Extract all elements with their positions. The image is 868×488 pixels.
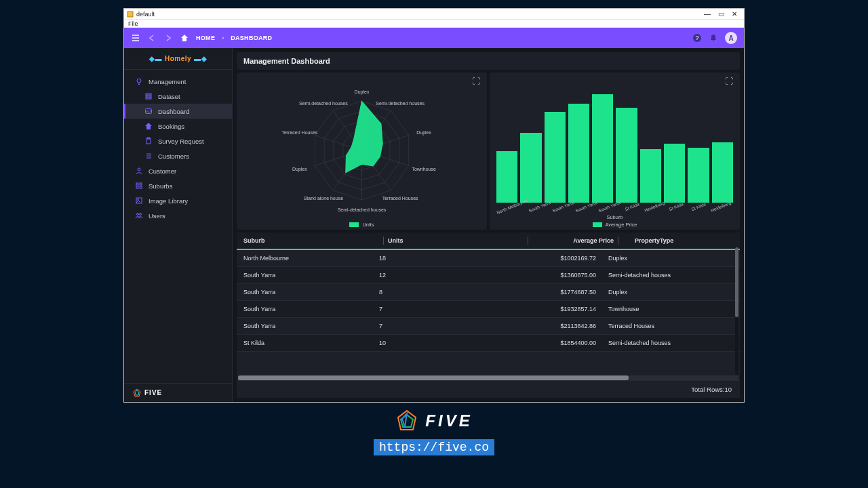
sidebar-item-label: Management	[149, 78, 186, 85]
cell-type: Duplex	[596, 289, 733, 296]
bar	[545, 112, 566, 203]
cell-units: 12	[379, 272, 515, 279]
radar-axis-label: Semi-detached houses	[338, 207, 387, 211]
bar	[592, 94, 613, 203]
sidebar-item-survey-request[interactable]: Survey Request	[124, 134, 232, 148]
table-v-scrollbar[interactable]	[735, 247, 738, 375]
svg-text:?: ?	[695, 35, 698, 41]
svg-rect-12	[146, 98, 151, 99]
table-footer: Total Rows: 10	[237, 380, 740, 398]
legend-swatch	[593, 222, 602, 227]
sidebar-item-label: Image Library	[149, 197, 188, 205]
svg-rect-27	[140, 186, 142, 188]
table-row[interactable]: North Melbourne18$1002169.72Duplex	[237, 250, 740, 267]
radar-legend: Units	[237, 222, 487, 228]
stack-icon	[144, 92, 153, 100]
footer-logo: FIVE	[395, 409, 472, 432]
bar	[712, 142, 733, 203]
breadcrumb-home[interactable]: HOME	[196, 35, 215, 41]
window-close-button[interactable]: ✕	[728, 10, 741, 18]
sidebar-item-dataset[interactable]: Dataset	[124, 89, 232, 104]
svg-marker-49	[346, 101, 382, 172]
cell-suburb: South Yarra	[243, 272, 379, 279]
sidebar-item-label: Dashboard	[158, 108, 189, 115]
cell-price: $1774687.50	[515, 289, 596, 296]
image-icon	[135, 197, 143, 205]
cell-units: 7	[379, 306, 515, 312]
cell-price: $1932857.14	[515, 306, 596, 312]
svg-rect-24	[136, 183, 138, 185]
sidebar-footer-brand: FIVE	[124, 383, 232, 402]
table-h-scrollbar[interactable]	[238, 375, 738, 380]
gauge-icon	[144, 107, 153, 115]
cell-units: 8	[379, 289, 515, 296]
person-icon	[135, 167, 143, 175]
table-row[interactable]: South Yarra8$1774687.50Duplex	[237, 284, 740, 301]
sidebar-item-image-library[interactable]: Image Library	[124, 193, 232, 208]
window-minimize-button[interactable]: —	[701, 10, 714, 18]
nav-forward-icon[interactable]	[163, 33, 173, 43]
sidebar-item-bookings[interactable]: Bookings	[124, 119, 232, 134]
sidebar-item-suburbs[interactable]: Suburbs	[124, 178, 232, 193]
radar-axis-label: Terraced Houses	[281, 130, 317, 135]
bell-icon[interactable]	[709, 33, 718, 43]
brand-logo: ◆▬ Homely ▬◆	[124, 48, 232, 70]
cell-price: $1002169.72	[515, 255, 596, 262]
table-row[interactable]: South Yarra7$1932857.14Townhouse	[237, 301, 740, 318]
svg-point-30	[137, 214, 139, 216]
cell-suburb: South Yarra	[243, 306, 379, 312]
sidebar-item-label: Customers	[158, 152, 189, 160]
app-root: HOME › DASHBOARD ? A ◆▬ Homely ▬◆ Manage…	[124, 28, 744, 402]
cell-type: Duplex	[596, 255, 733, 262]
svg-rect-26	[136, 186, 138, 188]
page-title: Management Dashboard	[237, 52, 740, 70]
svg-rect-25	[140, 183, 142, 185]
bar-xaxis-label: Suburb	[490, 214, 740, 220]
table-header-row: Suburb Units Average Price PropertyType	[237, 232, 740, 250]
table-row[interactable]: South Yarra7$2113642.86Terraced Houses	[237, 318, 740, 335]
hamburger-icon[interactable]	[131, 33, 140, 43]
window-menubar[interactable]: File	[124, 20, 744, 28]
cell-suburb: South Yarra	[243, 323, 379, 329]
nav-back-icon[interactable]	[147, 33, 157, 43]
window-maximize-button[interactable]: ▭	[714, 10, 728, 18]
col-price[interactable]: Average Price	[532, 237, 614, 245]
col-units[interactable]: Units	[388, 237, 524, 245]
chevron-right-icon: ›	[222, 35, 224, 41]
sidebar-item-label: Bookings	[158, 123, 184, 130]
table-row[interactable]: South Yarra12$1360875.00Semi-detached ho…	[237, 267, 740, 284]
cell-suburb: St Kilda	[243, 340, 379, 346]
sidebar-item-label: Suburbs	[149, 182, 172, 190]
svg-point-31	[140, 214, 142, 216]
col-type[interactable]: PropertyType	[623, 237, 733, 245]
sidebar-item-customers[interactable]: Customers	[124, 148, 232, 163]
cell-units: 18	[379, 255, 515, 262]
sidebar: ◆▬ Homely ▬◆ ManagementDatasetDashboardB…	[124, 48, 233, 402]
radar-axis-label: Townhouse	[412, 166, 435, 171]
cell-type: Semi-detached houses	[596, 340, 733, 346]
avatar[interactable]: A	[725, 32, 737, 44]
sidebar-item-dashboard[interactable]: Dashboard	[124, 104, 232, 119]
sidebar-item-label: Survey Request	[158, 138, 204, 145]
footer-url[interactable]: https://five.co	[374, 439, 494, 455]
bar	[664, 144, 685, 203]
home-icon[interactable]	[180, 33, 189, 43]
sidebar-item-customer[interactable]: Customer	[124, 163, 232, 178]
col-suburb[interactable]: Suburb	[243, 237, 379, 245]
sidebar-item-users[interactable]: Users	[124, 208, 232, 223]
users-icon	[135, 211, 143, 220]
help-icon[interactable]: ?	[692, 33, 702, 43]
sidebar-item-management[interactable]: Management	[124, 74, 232, 89]
house-icon	[144, 122, 153, 130]
cell-units: 10	[379, 340, 515, 346]
legend-swatch	[349, 222, 359, 227]
app-window: default — ▭ ✕ File HOME › DASHBOARD	[123, 8, 745, 403]
bar-chart-panel: ⛶ North MelbourneSouth YarraSouth YarraS…	[490, 73, 740, 230]
svg-point-7	[137, 79, 141, 83]
lightbulb-icon	[135, 77, 143, 85]
table-row[interactable]: St Kilda10$1854400.00Semi-detached house…	[237, 335, 740, 352]
cell-type: Terraced Houses	[596, 323, 733, 329]
svg-rect-10	[146, 94, 151, 95]
menu-file[interactable]: File	[128, 20, 138, 27]
window-titlebar[interactable]: default — ▭ ✕	[124, 9, 744, 20]
